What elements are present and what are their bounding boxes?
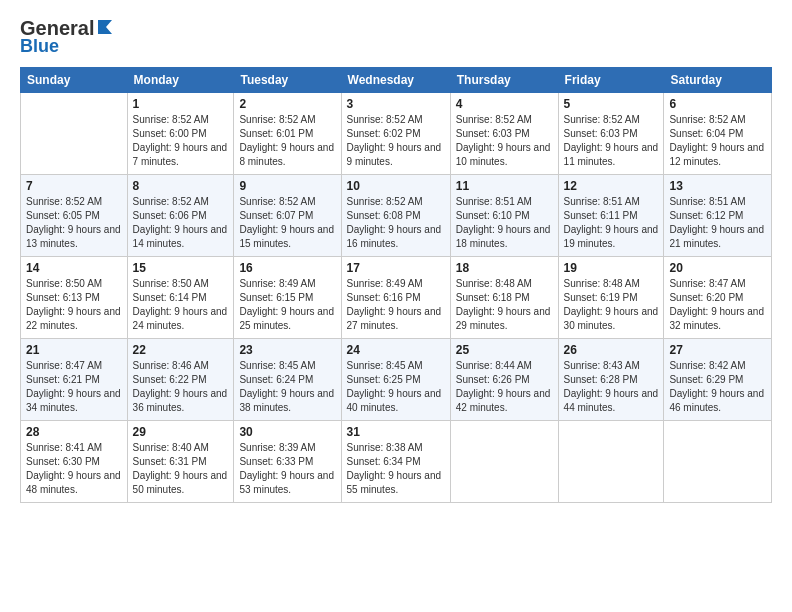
calendar-week-row: 28Sunrise: 8:41 AMSunset: 6:30 PMDayligh… xyxy=(21,421,772,503)
calendar-cell: 24Sunrise: 8:45 AMSunset: 6:25 PMDayligh… xyxy=(341,339,450,421)
day-number: 25 xyxy=(456,343,553,357)
calendar-cell: 17Sunrise: 8:49 AMSunset: 6:16 PMDayligh… xyxy=(341,257,450,339)
calendar-week-row: 21Sunrise: 8:47 AMSunset: 6:21 PMDayligh… xyxy=(21,339,772,421)
col-header-sunday: Sunday xyxy=(21,68,128,93)
calendar-cell: 13Sunrise: 8:51 AMSunset: 6:12 PMDayligh… xyxy=(664,175,772,257)
logo-blue-text: Blue xyxy=(20,36,59,57)
day-detail: Sunrise: 8:39 AMSunset: 6:33 PMDaylight:… xyxy=(239,441,335,497)
calendar-cell: 15Sunrise: 8:50 AMSunset: 6:14 PMDayligh… xyxy=(127,257,234,339)
day-number: 9 xyxy=(239,179,335,193)
calendar-cell: 12Sunrise: 8:51 AMSunset: 6:11 PMDayligh… xyxy=(558,175,664,257)
day-detail: Sunrise: 8:40 AMSunset: 6:31 PMDaylight:… xyxy=(133,441,229,497)
calendar-cell: 25Sunrise: 8:44 AMSunset: 6:26 PMDayligh… xyxy=(450,339,558,421)
day-detail: Sunrise: 8:52 AMSunset: 6:03 PMDaylight:… xyxy=(564,113,659,169)
day-number: 22 xyxy=(133,343,229,357)
day-detail: Sunrise: 8:52 AMSunset: 6:00 PMDaylight:… xyxy=(133,113,229,169)
day-detail: Sunrise: 8:47 AMSunset: 6:20 PMDaylight:… xyxy=(669,277,766,333)
day-detail: Sunrise: 8:50 AMSunset: 6:13 PMDaylight:… xyxy=(26,277,122,333)
logo-flag-icon xyxy=(96,18,114,36)
calendar-cell: 7Sunrise: 8:52 AMSunset: 6:05 PMDaylight… xyxy=(21,175,128,257)
header: General Blue xyxy=(20,18,772,57)
day-number: 3 xyxy=(347,97,445,111)
day-number: 31 xyxy=(347,425,445,439)
day-detail: Sunrise: 8:52 AMSunset: 6:02 PMDaylight:… xyxy=(347,113,445,169)
day-number: 23 xyxy=(239,343,335,357)
day-number: 21 xyxy=(26,343,122,357)
day-number: 20 xyxy=(669,261,766,275)
day-number: 15 xyxy=(133,261,229,275)
calendar-cell: 21Sunrise: 8:47 AMSunset: 6:21 PMDayligh… xyxy=(21,339,128,421)
day-number: 28 xyxy=(26,425,122,439)
calendar-cell: 14Sunrise: 8:50 AMSunset: 6:13 PMDayligh… xyxy=(21,257,128,339)
calendar-header-row: SundayMondayTuesdayWednesdayThursdayFrid… xyxy=(21,68,772,93)
day-number: 27 xyxy=(669,343,766,357)
calendar-cell xyxy=(558,421,664,503)
day-detail: Sunrise: 8:52 AMSunset: 6:03 PMDaylight:… xyxy=(456,113,553,169)
day-number: 8 xyxy=(133,179,229,193)
page: General Blue SundayMondayTuesdayWednesda… xyxy=(0,0,792,612)
calendar-cell: 27Sunrise: 8:42 AMSunset: 6:29 PMDayligh… xyxy=(664,339,772,421)
calendar-cell: 5Sunrise: 8:52 AMSunset: 6:03 PMDaylight… xyxy=(558,93,664,175)
day-detail: Sunrise: 8:46 AMSunset: 6:22 PMDaylight:… xyxy=(133,359,229,415)
day-number: 4 xyxy=(456,97,553,111)
col-header-wednesday: Wednesday xyxy=(341,68,450,93)
day-number: 17 xyxy=(347,261,445,275)
day-detail: Sunrise: 8:48 AMSunset: 6:19 PMDaylight:… xyxy=(564,277,659,333)
day-number: 11 xyxy=(456,179,553,193)
day-detail: Sunrise: 8:49 AMSunset: 6:15 PMDaylight:… xyxy=(239,277,335,333)
day-detail: Sunrise: 8:49 AMSunset: 6:16 PMDaylight:… xyxy=(347,277,445,333)
day-detail: Sunrise: 8:48 AMSunset: 6:18 PMDaylight:… xyxy=(456,277,553,333)
calendar-cell: 30Sunrise: 8:39 AMSunset: 6:33 PMDayligh… xyxy=(234,421,341,503)
day-detail: Sunrise: 8:52 AMSunset: 6:06 PMDaylight:… xyxy=(133,195,229,251)
col-header-thursday: Thursday xyxy=(450,68,558,93)
logo: General Blue xyxy=(20,18,114,57)
day-detail: Sunrise: 8:52 AMSunset: 6:07 PMDaylight:… xyxy=(239,195,335,251)
day-detail: Sunrise: 8:47 AMSunset: 6:21 PMDaylight:… xyxy=(26,359,122,415)
calendar-cell: 10Sunrise: 8:52 AMSunset: 6:08 PMDayligh… xyxy=(341,175,450,257)
day-detail: Sunrise: 8:44 AMSunset: 6:26 PMDaylight:… xyxy=(456,359,553,415)
calendar-cell: 16Sunrise: 8:49 AMSunset: 6:15 PMDayligh… xyxy=(234,257,341,339)
calendar-cell: 26Sunrise: 8:43 AMSunset: 6:28 PMDayligh… xyxy=(558,339,664,421)
day-detail: Sunrise: 8:43 AMSunset: 6:28 PMDaylight:… xyxy=(564,359,659,415)
day-number: 16 xyxy=(239,261,335,275)
calendar-cell xyxy=(664,421,772,503)
day-number: 5 xyxy=(564,97,659,111)
day-number: 2 xyxy=(239,97,335,111)
calendar-cell: 22Sunrise: 8:46 AMSunset: 6:22 PMDayligh… xyxy=(127,339,234,421)
day-detail: Sunrise: 8:51 AMSunset: 6:11 PMDaylight:… xyxy=(564,195,659,251)
day-detail: Sunrise: 8:42 AMSunset: 6:29 PMDaylight:… xyxy=(669,359,766,415)
day-number: 26 xyxy=(564,343,659,357)
day-detail: Sunrise: 8:52 AMSunset: 6:08 PMDaylight:… xyxy=(347,195,445,251)
calendar-cell: 1Sunrise: 8:52 AMSunset: 6:00 PMDaylight… xyxy=(127,93,234,175)
calendar-cell: 9Sunrise: 8:52 AMSunset: 6:07 PMDaylight… xyxy=(234,175,341,257)
day-detail: Sunrise: 8:38 AMSunset: 6:34 PMDaylight:… xyxy=(347,441,445,497)
calendar-cell: 4Sunrise: 8:52 AMSunset: 6:03 PMDaylight… xyxy=(450,93,558,175)
day-detail: Sunrise: 8:51 AMSunset: 6:12 PMDaylight:… xyxy=(669,195,766,251)
calendar-cell: 29Sunrise: 8:40 AMSunset: 6:31 PMDayligh… xyxy=(127,421,234,503)
calendar-cell: 8Sunrise: 8:52 AMSunset: 6:06 PMDaylight… xyxy=(127,175,234,257)
calendar-cell xyxy=(21,93,128,175)
day-number: 13 xyxy=(669,179,766,193)
col-header-friday: Friday xyxy=(558,68,664,93)
day-number: 7 xyxy=(26,179,122,193)
calendar-cell: 2Sunrise: 8:52 AMSunset: 6:01 PMDaylight… xyxy=(234,93,341,175)
col-header-saturday: Saturday xyxy=(664,68,772,93)
day-number: 30 xyxy=(239,425,335,439)
day-detail: Sunrise: 8:45 AMSunset: 6:25 PMDaylight:… xyxy=(347,359,445,415)
calendar-week-row: 7Sunrise: 8:52 AMSunset: 6:05 PMDaylight… xyxy=(21,175,772,257)
day-number: 6 xyxy=(669,97,766,111)
day-detail: Sunrise: 8:50 AMSunset: 6:14 PMDaylight:… xyxy=(133,277,229,333)
calendar-cell: 20Sunrise: 8:47 AMSunset: 6:20 PMDayligh… xyxy=(664,257,772,339)
svg-marker-0 xyxy=(98,20,112,34)
day-number: 29 xyxy=(133,425,229,439)
calendar-cell: 28Sunrise: 8:41 AMSunset: 6:30 PMDayligh… xyxy=(21,421,128,503)
calendar-cell: 23Sunrise: 8:45 AMSunset: 6:24 PMDayligh… xyxy=(234,339,341,421)
day-number: 24 xyxy=(347,343,445,357)
day-detail: Sunrise: 8:41 AMSunset: 6:30 PMDaylight:… xyxy=(26,441,122,497)
day-number: 10 xyxy=(347,179,445,193)
day-number: 14 xyxy=(26,261,122,275)
calendar-cell: 19Sunrise: 8:48 AMSunset: 6:19 PMDayligh… xyxy=(558,257,664,339)
calendar-table: SundayMondayTuesdayWednesdayThursdayFrid… xyxy=(20,67,772,503)
day-detail: Sunrise: 8:51 AMSunset: 6:10 PMDaylight:… xyxy=(456,195,553,251)
day-number: 18 xyxy=(456,261,553,275)
